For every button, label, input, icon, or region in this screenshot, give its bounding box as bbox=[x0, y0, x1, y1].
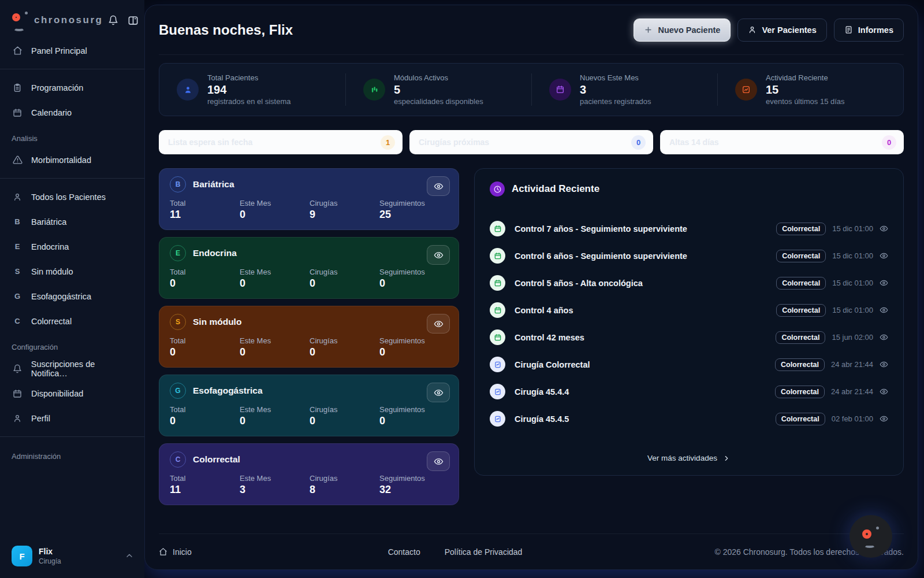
module-stat-label: Seguimientos bbox=[379, 336, 449, 345]
module-stat-label: Este Mes bbox=[240, 405, 310, 414]
new-patient-button[interactable]: Nuevo Paciente bbox=[634, 18, 731, 42]
chat-widget-button[interactable] bbox=[850, 515, 892, 558]
activity-row[interactable]: Cirugía 45.4.5 Colorrectal02 feb 01:00 bbox=[490, 405, 888, 432]
sidebar-item-morbimortalidad[interactable]: Morbimortalidad bbox=[0, 147, 144, 172]
sidebar-item-bariatrica[interactable]: B Bariátrica bbox=[0, 209, 144, 234]
eye-icon[interactable] bbox=[880, 306, 888, 314]
see-more-activities-link[interactable]: Ver más actividades bbox=[490, 447, 888, 465]
activity-row[interactable]: Control 7 años - Seguimiento supervivien… bbox=[490, 215, 888, 242]
view-patients-button[interactable]: Ver Pacientes bbox=[737, 18, 826, 42]
sidebar-item-label: Todos los Pacientes bbox=[31, 192, 106, 202]
module-card-colorrectal[interactable]: C Colorrectal Total11 Este Mes3 Cirugías… bbox=[159, 443, 459, 505]
eye-view-button[interactable] bbox=[427, 176, 450, 196]
module-card-esofagogastrica[interactable]: G Esofagogástrica Total0 Este Mes0 Cirug… bbox=[159, 375, 459, 436]
stat-value: 5 bbox=[394, 82, 483, 97]
filter-label: Altas 14 días bbox=[669, 138, 719, 147]
sidebar-item-calendario[interactable]: Calendario bbox=[0, 100, 144, 125]
calendar-icon bbox=[12, 389, 23, 398]
module-stat-label: Cirugías bbox=[310, 405, 379, 414]
module-card-sin-modulo[interactable]: S Sin módulo Total0 Este Mes0 Cirugías0 … bbox=[159, 306, 459, 368]
surgery-board-icon bbox=[490, 411, 505, 427]
sidebar-item-endocrina[interactable]: E Endocrina bbox=[0, 234, 144, 259]
eye-view-button[interactable] bbox=[427, 383, 450, 402]
see-more-label: Ver más actividades bbox=[647, 454, 717, 462]
module-badge: Colorrectal bbox=[776, 304, 826, 317]
footer-contact-link[interactable]: Contacto bbox=[388, 547, 420, 557]
notifications-bell-icon[interactable] bbox=[108, 15, 118, 25]
module-stat-value: 0 bbox=[379, 346, 449, 358]
module-stat-label: Seguimientos bbox=[379, 199, 449, 208]
filter-altas-14-dias[interactable]: Altas 14 días 0 bbox=[660, 130, 904, 154]
plus-icon bbox=[644, 25, 653, 34]
green-calendar-icon bbox=[490, 275, 505, 291]
activity-time: 15 dic 01:00 bbox=[832, 251, 873, 260]
activity-time: 24 abr 21:44 bbox=[831, 360, 873, 369]
sidebar-divider bbox=[0, 436, 144, 437]
sidebar-item-todos-los-pacientes[interactable]: Todos los Pacientes bbox=[0, 184, 144, 209]
sidebar-item-suscripciones[interactable]: Suscripciones de Notifica… bbox=[0, 356, 144, 381]
module-stat-label: Este Mes bbox=[240, 199, 310, 208]
green-calendar-icon bbox=[490, 329, 505, 345]
sidebar-item-perfil[interactable]: Perfil bbox=[0, 406, 144, 431]
eye-icon[interactable] bbox=[880, 333, 888, 342]
sidebar-item-sin-modulo[interactable]: S Sin módulo bbox=[0, 259, 144, 284]
new-patient-label: Nuevo Paciente bbox=[658, 25, 720, 35]
sidebar-item-programacion[interactable]: Programación bbox=[0, 75, 144, 100]
eye-icon[interactable] bbox=[880, 387, 888, 396]
activity-time: 02 feb 01:00 bbox=[832, 414, 873, 423]
eye-view-button[interactable] bbox=[427, 245, 450, 265]
module-stat-label: Cirugías bbox=[310, 199, 379, 208]
module-title: Bariátrica bbox=[193, 179, 234, 190]
reports-button[interactable]: Informes bbox=[834, 18, 904, 42]
activity-row[interactable]: Control 6 años - Seguimiento supervivien… bbox=[490, 242, 888, 269]
activity-time: 15 dic 01:00 bbox=[832, 224, 873, 233]
activity-row[interactable]: Cirugía Colorrectal Colorrectal24 abr 21… bbox=[490, 351, 888, 378]
activity-row[interactable]: Control 5 años - Alta oncológica Colorre… bbox=[490, 269, 888, 297]
sidebar-item-disponibilidad[interactable]: Disponibilidad bbox=[0, 381, 144, 406]
footer-home-link[interactable]: Inicio bbox=[159, 547, 192, 557]
module-card-bariatrica[interactable]: B Bariátrica Total11 Este Mes0 Cirugías9… bbox=[159, 168, 459, 230]
eye-icon[interactable] bbox=[880, 360, 888, 369]
filter-lista-espera[interactable]: Lista espera sin fecha 1 bbox=[159, 130, 403, 154]
module-stat-value: 32 bbox=[379, 484, 449, 496]
eye-icon[interactable] bbox=[880, 414, 888, 423]
module-stat-value: 9 bbox=[310, 209, 379, 221]
eye-icon[interactable] bbox=[880, 279, 888, 287]
sidebar-item-label: Disponibilidad bbox=[31, 389, 83, 398]
module-stat-value: 11 bbox=[170, 209, 240, 221]
eye-view-button[interactable] bbox=[427, 314, 450, 334]
sidebar-item-esofagogastrica[interactable]: G Esofagogástrica bbox=[0, 284, 144, 309]
module-stat-value: 0 bbox=[240, 209, 310, 221]
filter-cirugias-proximas[interactable]: Cirugías próximas 0 bbox=[409, 130, 653, 154]
sidebar-user-card[interactable]: F Flix Cirugía bbox=[0, 536, 144, 578]
stat-label: Actividad Reciente bbox=[766, 73, 845, 82]
module-title: Sin módulo bbox=[193, 317, 241, 327]
activity-row[interactable]: Control 4 años Colorrectal15 dic 01:00 bbox=[490, 297, 888, 324]
eye-icon[interactable] bbox=[880, 251, 888, 260]
sidebar: chronosurg Panel Principal Programación … bbox=[0, 0, 144, 578]
activity-row[interactable]: Control 42 meses Colorrectal15 jun 02:00 bbox=[490, 324, 888, 351]
stat-value: 15 bbox=[766, 82, 845, 97]
module-stat-label: Total bbox=[170, 405, 240, 414]
footer-privacy-link[interactable]: Política de Privacidad bbox=[445, 547, 523, 557]
user-icon bbox=[12, 414, 23, 423]
sidebar-item-label: Endocrina bbox=[31, 242, 69, 251]
sidebar-toggle-icon[interactable] bbox=[128, 15, 139, 26]
module-badge: Colorrectal bbox=[776, 331, 825, 344]
chevron-up-icon[interactable] bbox=[125, 551, 134, 561]
sidebar-item-panel-principal[interactable]: Panel Principal bbox=[0, 38, 144, 63]
module-card-endocrina[interactable]: E Endocrina Total0 Este Mes0 Cirugías0 S… bbox=[159, 237, 459, 299]
module-stat-label: Este Mes bbox=[240, 336, 310, 345]
activity-time: 24 abr 21:44 bbox=[831, 387, 873, 396]
calendar-icon bbox=[549, 79, 571, 101]
module-stat-value: 0 bbox=[170, 415, 240, 427]
module-stat-label: Total bbox=[170, 474, 240, 483]
eye-view-button[interactable] bbox=[427, 451, 450, 471]
eye-icon[interactable] bbox=[880, 224, 888, 233]
page-title: Buenas noches, Flix bbox=[159, 22, 293, 38]
sidebar-item-label: Suscripciones de Notifica… bbox=[31, 360, 133, 378]
view-patients-label: Ver Pacientes bbox=[762, 25, 816, 35]
activity-row[interactable]: Cirugía 45.4.4 Colorrectal24 abr 21:44 bbox=[490, 378, 888, 405]
sidebar-item-colorrectal[interactable]: C Colorrectal bbox=[0, 309, 144, 334]
module-badge: Colorrectal bbox=[776, 413, 825, 425]
